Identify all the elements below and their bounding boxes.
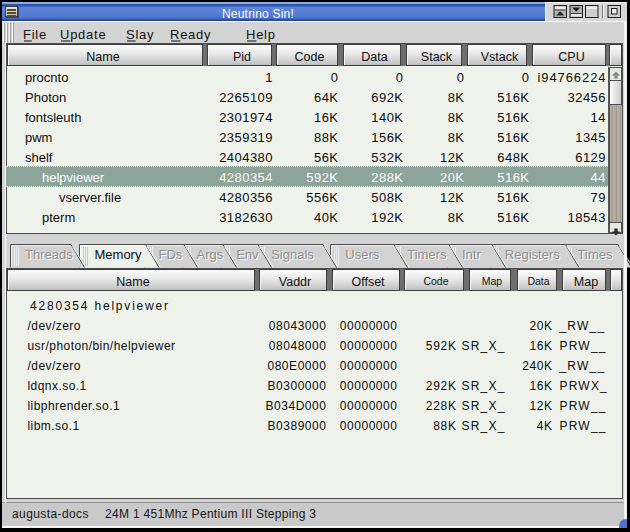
svg-text:Timers: Timers [407, 247, 447, 262]
svg-text:Args: Args [197, 247, 224, 262]
svg-text:Times: Times [578, 247, 613, 262]
svg-text:Signals: Signals [271, 247, 314, 262]
svg-text:Users: Users [345, 247, 379, 262]
svg-text:Registers: Registers [505, 247, 560, 262]
svg-text:Threads: Threads [25, 247, 73, 262]
svg-text:FDs: FDs [159, 247, 183, 262]
svg-text:Env: Env [236, 247, 259, 262]
svg-text:Memory: Memory [95, 247, 142, 262]
svg-text:Intr: Intr [462, 247, 481, 262]
